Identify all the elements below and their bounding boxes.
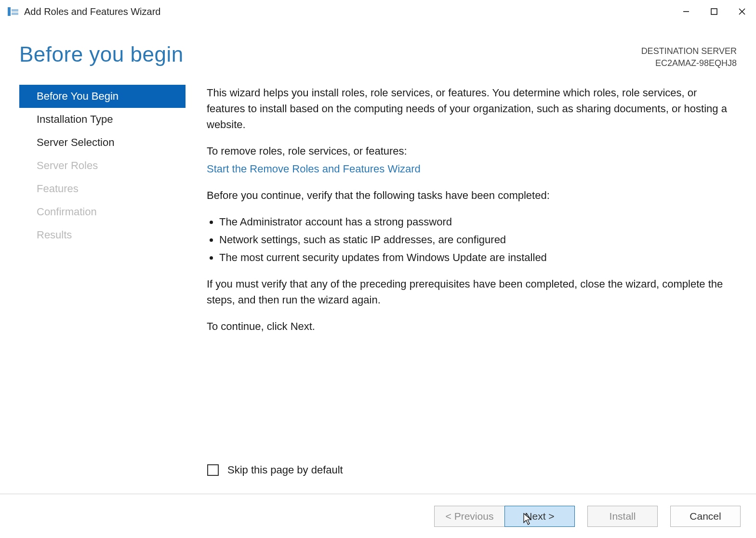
skip-page-label: Skip this page by default	[227, 464, 343, 476]
step-label: Features	[37, 183, 79, 195]
next-button[interactable]: Next >	[504, 506, 575, 527]
wizard-header: Before you begin DESTINATION SERVER EC2A…	[0, 23, 756, 69]
svg-rect-1	[12, 9, 18, 12]
step-server-selection[interactable]: Server Selection	[19, 131, 186, 154]
svg-rect-4	[711, 9, 717, 14]
step-server-roles: Server Roles	[19, 154, 186, 177]
wizard-content: This wizard helps you install roles, rol…	[186, 85, 737, 345]
wizard-footer: < Previous Next > Install Cancel	[0, 494, 756, 538]
step-label: Server Selection	[37, 136, 114, 149]
button-label: Cancel	[690, 511, 721, 522]
svg-rect-0	[8, 7, 11, 16]
skip-page-checkbox[interactable]	[207, 464, 219, 476]
destination-server-block: DESTINATION SERVER EC2AMAZ-98EQHJ8	[641, 42, 737, 69]
step-label: Before You Begin	[37, 90, 119, 103]
intro-text: This wizard helps you install roles, rol…	[207, 85, 732, 132]
page-title: Before you begin	[19, 42, 184, 66]
list-item: The Administrator account has a strong p…	[219, 214, 732, 230]
list-item: The most current security updates from W…	[219, 249, 732, 265]
step-label: Server Roles	[37, 159, 98, 172]
window-title: Add Roles and Features Wizard	[24, 6, 160, 17]
step-features: Features	[19, 177, 186, 200]
titlebar: Add Roles and Features Wizard	[0, 0, 756, 23]
remove-prompt: To remove roles, role services, or featu…	[207, 143, 732, 159]
button-label: Next >	[525, 511, 554, 522]
destination-label: DESTINATION SERVER	[641, 45, 737, 57]
skip-page-row[interactable]: Skip this page by default	[207, 464, 343, 476]
wizard-steps-sidebar: Before You Begin Installation Type Serve…	[19, 85, 186, 345]
step-label: Confirmation	[37, 206, 97, 218]
prerequisite-list: The Administrator account has a strong p…	[207, 214, 732, 265]
step-results: Results	[19, 223, 186, 247]
window-controls	[672, 0, 756, 23]
install-button: Install	[587, 506, 658, 527]
remove-roles-link[interactable]: Start the Remove Roles and Features Wiza…	[207, 163, 421, 175]
step-confirmation: Confirmation	[19, 200, 186, 223]
list-item: Network settings, such as static IP addr…	[219, 232, 732, 248]
verify-prompt: Before you continue, verify that the fol…	[207, 187, 732, 203]
button-label: < Previous	[446, 511, 494, 522]
close-button[interactable]	[728, 0, 756, 23]
close-hint: If you must verify that any of the prece…	[207, 276, 732, 308]
svg-rect-2	[12, 13, 18, 15]
server-manager-icon	[8, 6, 19, 17]
continue-hint: To continue, click Next.	[207, 318, 732, 334]
wizard-body: Before You Begin Installation Type Serve…	[0, 69, 756, 345]
button-label: Install	[610, 511, 636, 522]
step-label: Results	[37, 229, 72, 241]
cancel-button[interactable]: Cancel	[670, 506, 741, 527]
step-installation-type[interactable]: Installation Type	[19, 108, 186, 131]
minimize-button[interactable]	[672, 0, 700, 23]
maximize-button[interactable]	[700, 0, 728, 23]
step-before-you-begin[interactable]: Before You Begin	[19, 85, 186, 108]
destination-value: EC2AMAZ-98EQHJ8	[641, 57, 737, 69]
previous-button: < Previous	[434, 506, 504, 527]
step-label: Installation Type	[37, 113, 113, 126]
